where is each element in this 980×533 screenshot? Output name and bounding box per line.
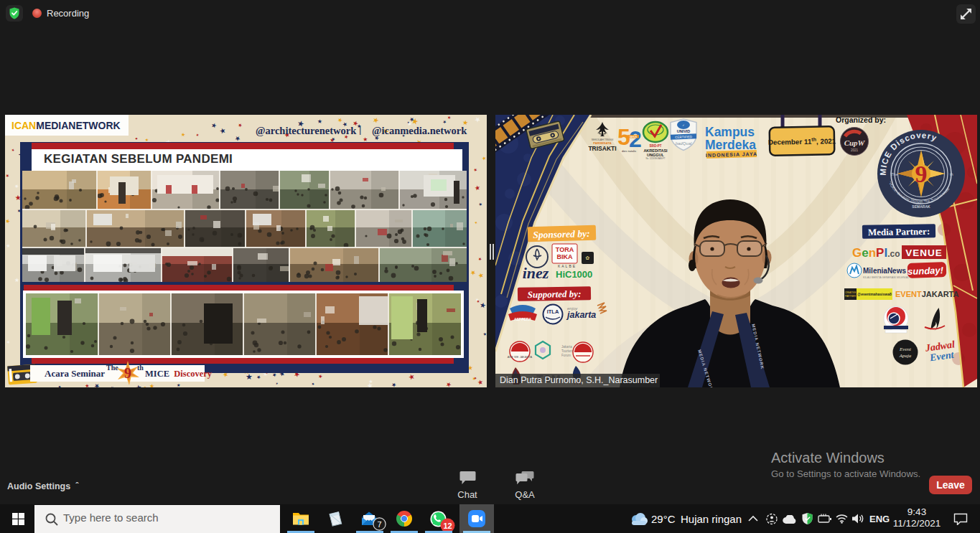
svg-text:CREATIVE: CREATIVE	[845, 291, 857, 294]
svg-text:inez: inez	[523, 264, 549, 282]
svg-text:UNGGUL: UNGGUL	[647, 153, 664, 157]
svg-text:Merdeka: Merdeka	[705, 138, 756, 152]
svg-text:Apaja: Apaja	[899, 353, 912, 359]
svg-text:ASPPERA: ASPPERA	[514, 317, 532, 321]
svg-text:TORA: TORA	[556, 246, 574, 253]
svg-text:jakarta: jakarta	[566, 310, 596, 320]
svg-text:BIKA: BIKA	[557, 253, 573, 260]
svg-text:KALBE: KALBE	[558, 264, 577, 268]
svg-text:Organized by:: Organized by:	[836, 115, 886, 124]
svg-text:12: 12	[443, 522, 452, 530]
svg-text:SRO-PT: SRO-PT	[649, 144, 661, 148]
svg-text:KILAU BERITA GENERASI MILENIAL: KILAU BERITA GENERASI MILENIAL	[863, 276, 909, 279]
svg-text:December 11th, 2021: December 11th, 2021	[768, 136, 836, 146]
svg-text:No. 1223/SK/BAN-PT: No. 1223/SK/BAN-PT	[646, 157, 666, 160]
svg-text:ITLA: ITLA	[547, 308, 559, 315]
svg-text:ARE WE JAKARTA: ARE WE JAKARTA	[508, 355, 533, 359]
svg-text:sunday!: sunday!	[907, 265, 944, 277]
svg-text:PARTNER: PARTNER	[845, 295, 857, 298]
svg-text:th: th	[950, 172, 953, 176]
svg-text:Supported by:: Supported by:	[528, 288, 582, 300]
svg-text:HiC1000: HiC1000	[556, 269, 592, 280]
svg-text:2: 2	[629, 126, 642, 152]
svg-text:✓: ✓	[682, 123, 684, 127]
svg-text:TRISAKTI: TRISAKTI	[588, 145, 616, 152]
svg-text:@eventmahasiswa8: @eventmahasiswa8	[857, 292, 892, 296]
svg-text:MileniaNews: MileniaNews	[863, 267, 906, 275]
svg-text:2021: 2021	[851, 148, 859, 152]
svg-text:✿: ✿	[586, 255, 590, 260]
svg-text:Sponsored by:: Sponsored by:	[533, 228, 590, 240]
svg-text:VENUE: VENUE	[905, 247, 943, 258]
svg-text:Tourism: Tourism	[561, 349, 573, 353]
svg-text:Media Partner:: Media Partner:	[868, 226, 930, 238]
svg-text:Event: Event	[899, 346, 912, 352]
svg-text:badQual: badQual	[676, 141, 692, 146]
svg-text:9: 9	[124, 365, 131, 381]
svg-text:EVENTJAKARTA: EVENTJAKARTA	[895, 290, 958, 298]
svg-text:CupW: CupW	[844, 138, 866, 147]
svg-text:9: 9	[915, 161, 928, 187]
svg-text:CERTIFIED: CERTIFIED	[675, 135, 693, 139]
svg-text:7: 7	[377, 520, 381, 529]
svg-text:dies natalis: dies natalis	[622, 149, 636, 153]
svg-text:TAHUN: TAHUN	[630, 136, 638, 138]
svg-text:Kampus: Kampus	[705, 125, 755, 139]
svg-text:Jakarta: Jakarta	[561, 345, 572, 349]
svg-text:UNIVID: UNIVID	[677, 129, 691, 133]
svg-text:The: The	[891, 172, 897, 176]
svg-text:Forum: Forum	[561, 354, 571, 357]
svg-text:SEMARAK: SEMARAK	[912, 204, 930, 209]
